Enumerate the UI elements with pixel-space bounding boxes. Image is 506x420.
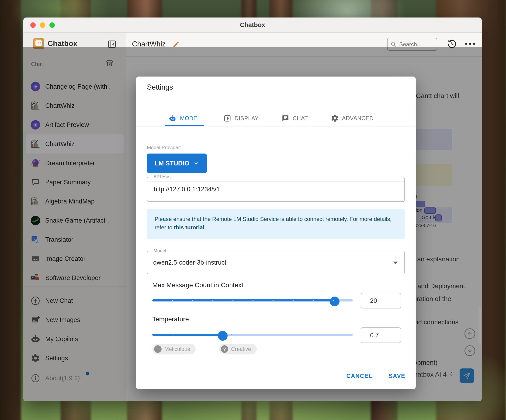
tab-chat-label: CHAT bbox=[293, 115, 308, 122]
tab-advanced[interactable]: ADVANCED bbox=[327, 111, 378, 126]
slider-thumb[interactable] bbox=[330, 297, 340, 306]
screen: Chatbox Chatbox Chat Changelog Page (wit… bbox=[0, 0, 506, 420]
max-message-slider[interactable] bbox=[152, 295, 353, 305]
more-options-icon[interactable] bbox=[465, 42, 479, 46]
model-provider-label: Model Provider: bbox=[147, 145, 181, 150]
checklist-icon bbox=[154, 345, 162, 353]
settings-dialog: Settings MODEL DISPLAY CHAT ADVANCED bbox=[136, 76, 416, 389]
tab-chat[interactable]: CHAT bbox=[278, 111, 312, 126]
tab-advanced-label: ADVANCED bbox=[342, 115, 374, 122]
notice-tutorial-link[interactable]: this tutorial bbox=[174, 224, 205, 230]
model-select-value: qwen2.5-coder-3b-instruct bbox=[153, 251, 386, 274]
api-host-input[interactable] bbox=[153, 185, 386, 193]
select-caret-icon bbox=[393, 262, 398, 264]
dialog-title: Settings bbox=[147, 83, 173, 91]
model-provider-dropdown[interactable]: LM STUDIO bbox=[147, 154, 207, 173]
window-title: Chatbox bbox=[23, 21, 482, 29]
temperature-slider[interactable] bbox=[152, 330, 353, 339]
meticulous-chip[interactable]: Meticulous bbox=[152, 344, 196, 354]
tab-display-label: DISPLAY bbox=[235, 115, 259, 122]
tab-display[interactable]: DISPLAY bbox=[220, 111, 262, 126]
slider-thumb[interactable] bbox=[218, 331, 228, 341]
window-titlebar: Chatbox bbox=[23, 18, 482, 33]
display-icon bbox=[223, 114, 231, 122]
temperature-value-box[interactable] bbox=[361, 327, 401, 343]
lightbulb-icon bbox=[221, 345, 228, 353]
robot-icon bbox=[169, 114, 177, 122]
creative-label: Creative bbox=[231, 346, 251, 352]
model-select-field[interactable]: Model qwen2.5-coder-3b-instruct bbox=[147, 251, 405, 274]
gear-icon bbox=[331, 114, 339, 122]
max-message-value-box[interactable] bbox=[361, 293, 401, 308]
tab-model-label: MODEL bbox=[180, 115, 200, 122]
lmstudio-notice: Please ensure that the Remote LM Studio … bbox=[147, 209, 405, 239]
search-field[interactable] bbox=[399, 41, 430, 48]
chat-bubble-icon bbox=[281, 114, 289, 122]
save-button[interactable]: SAVE bbox=[388, 371, 406, 381]
app-title: Chatbox bbox=[47, 39, 77, 48]
api-host-field[interactable]: API Host bbox=[147, 177, 405, 202]
settings-tabs: MODEL DISPLAY CHAT ADVANCED bbox=[136, 111, 416, 127]
max-message-label: Max Message Count in Context bbox=[152, 281, 243, 289]
temperature-input[interactable] bbox=[361, 328, 394, 343]
notice-suffix: . bbox=[204, 224, 206, 230]
chevron-down-icon bbox=[193, 160, 199, 166]
cancel-button[interactable]: CANCEL bbox=[346, 371, 373, 381]
creative-chip[interactable]: Creative bbox=[219, 344, 257, 354]
temperature-label: Temperature bbox=[152, 315, 189, 323]
tab-model[interactable]: MODEL bbox=[165, 111, 204, 126]
chatbox-window: Chatbox Chatbox Chat Changelog Page (wit… bbox=[23, 18, 482, 401]
conversation-title: ChartWhiz bbox=[132, 40, 166, 48]
meticulous-label: Meticulous bbox=[164, 346, 190, 352]
model-provider-value: LM STUDIO bbox=[155, 160, 189, 167]
max-message-input[interactable] bbox=[361, 293, 394, 308]
